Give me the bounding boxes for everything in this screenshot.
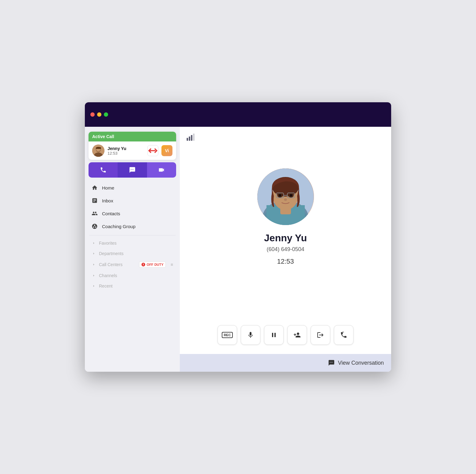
pause-button[interactable] [264,325,284,345]
close-button[interactable] [90,112,95,117]
maximize-button[interactable] [104,112,108,117]
caller-name: Jenny Yu [108,146,144,151]
sidebar-item-home[interactable]: Home [87,181,177,194]
nav-divider [89,235,176,235]
minimize-button[interactable] [97,112,101,117]
sidebar-item-channels-label: Channels [99,273,117,278]
collapsible-nav-items: Favorites Departments Call Centers OFF D… [85,238,180,291]
svg-point-22 [284,198,287,201]
off-duty-badge: OFF DUTY [139,261,166,268]
call-controls: REC [180,319,391,351]
phone-tab-button[interactable] [89,162,118,178]
transfer-button[interactable] [147,145,158,156]
main-panel: Jenny Yu (604) 649-0504 12:53 REC [180,127,391,372]
caller-info: Jenny Yu 12:53 [108,146,144,156]
active-call-label: Active Call [92,134,114,139]
svg-rect-7 [193,134,195,141]
contact-photo-inner [257,168,314,225]
transfer-list-button[interactable] [311,325,330,345]
app-window: Active Call Jenny Yu 12: [85,102,391,372]
titlebar [85,102,391,127]
active-call-header: Active Call [89,132,176,141]
record-label: REC [222,332,232,338]
contact-phone: (604) 649-0504 [266,246,304,253]
hamburger-icon[interactable]: ≡ [171,262,173,267]
call-timer: 12:53 [277,258,294,265]
sidebar-item-departments[interactable]: Departments [87,248,177,259]
sidebar-item-inbox[interactable]: Inbox [87,194,177,207]
sidebar-item-coaching-group-label: Coaching Group [102,224,135,229]
flip-call-button[interactable] [334,325,353,345]
video-tab-button[interactable] [147,162,176,178]
mute-button[interactable] [241,325,260,345]
view-conversation-button[interactable]: View Conversation [328,359,384,366]
caller-avatar [92,145,104,157]
sidebar-item-channels[interactable]: Channels [87,270,177,281]
active-call-card: Active Call Jenny Yu 12: [89,132,176,160]
sidebar-item-contacts[interactable]: Contacts [87,207,177,220]
sidebar-item-home-label: Home [102,185,114,190]
sidebar-item-call-centers-label: Call Centers [99,262,123,267]
sidebar-item-call-centers[interactable]: Call Centers OFF DUTY ≡ [87,259,177,270]
contact-display: Jenny Yu (604) 649-0504 12:53 [180,127,391,319]
view-conversation-label: View Conversation [338,360,384,366]
sidebar-item-recent[interactable]: Recent [87,281,177,291]
chat-tab-button[interactable] [118,162,147,178]
add-caller-button[interactable] [287,325,307,345]
sidebar-item-coaching-group[interactable]: Coaching Group [87,220,177,233]
signal-icon [186,133,195,143]
sidebar-item-inbox-label: Inbox [102,198,113,203]
action-buttons [89,162,176,178]
chat-bubble-icon [328,359,335,366]
svg-rect-6 [191,135,192,141]
sidebar-item-favorites[interactable]: Favorites [87,238,177,248]
nav-items: Home Inbox Contacts Coaching Group [85,181,180,233]
off-duty-label: OFF DUTY [147,263,164,266]
active-call-body: Jenny Yu 12:53 Vi [89,141,176,160]
contact-name: Jenny Yu [264,232,307,244]
svg-rect-5 [189,137,190,141]
svg-rect-4 [187,138,188,141]
sidebar-item-favorites-label: Favorites [99,241,117,246]
contact-photo [257,168,314,225]
sidebar-item-recent-label: Recent [99,284,112,288]
svg-point-21 [290,194,292,197]
traffic-lights [90,112,108,117]
sidebar: Active Call Jenny Yu 12: [85,127,180,372]
sidebar-item-contacts-label: Contacts [102,211,120,216]
call-duration: 12:53 [108,151,144,156]
sidebar-item-departments-label: Departments [99,251,123,256]
record-button[interactable]: REC [217,325,237,345]
vi-badge: Vi [161,145,172,156]
bottom-bar: View Conversation [180,354,391,372]
main-content: Active Call Jenny Yu 12: [85,127,391,372]
svg-point-20 [279,194,281,197]
